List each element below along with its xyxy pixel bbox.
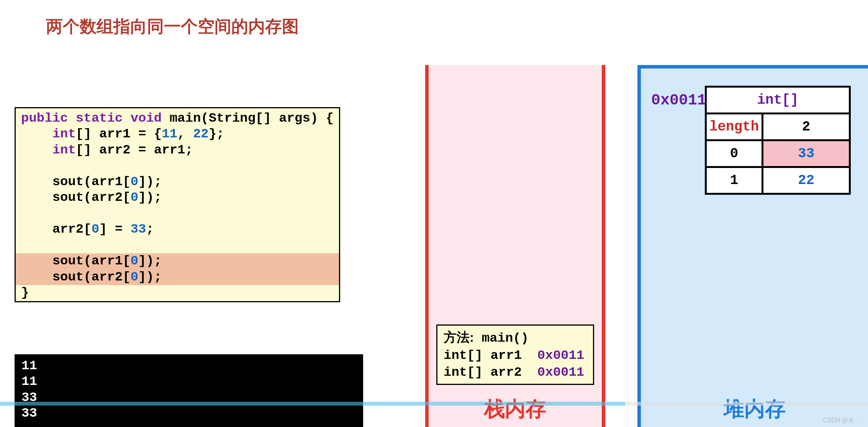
stack-frame: 方法: main() int[] arr1 0x0011 int[] arr2 … (436, 324, 594, 385)
code-block: public static void main(String[] args) {… (15, 107, 340, 302)
number-literal: 0 (131, 190, 138, 205)
number-literal: 11 (162, 127, 177, 141)
code-text: ]); (138, 270, 162, 284)
number-literal: 0 (92, 222, 99, 236)
var-decl: int[] arr1 (444, 348, 537, 363)
keyword: int (52, 127, 76, 141)
code-text: arr2[ (52, 222, 92, 236)
stack-title: 栈内存 (429, 395, 602, 423)
index-cell: 1 (706, 167, 763, 194)
number-literal: 33 (131, 222, 146, 236)
heap-object-table: int[] length 2 0 33 1 22 (705, 86, 851, 195)
var-decl: int[] arr2 (444, 365, 537, 380)
code-text: [] arr1 = { (76, 127, 162, 141)
number-literal: 22 (193, 127, 209, 141)
page-title: 两个数组指向同一个空间的内存图 (46, 15, 299, 38)
code-text: }; (209, 127, 224, 141)
method-label: 方法: (444, 330, 474, 344)
address-value: 0x0011 (537, 348, 584, 363)
code-line (16, 158, 339, 174)
method-name: main() (474, 331, 529, 346)
code-text: ; (146, 222, 154, 236)
code-line (16, 238, 339, 253)
code-line-highlight: sout(arr2[0]); (16, 269, 339, 285)
console-line: 11 (21, 374, 356, 390)
code-line-highlight: sout(arr1[0]); (16, 253, 339, 269)
code-line: int[] arr1 = {11, 22}; (16, 126, 339, 142)
video-progress-bar[interactable] (0, 402, 868, 406)
code-text: sout(arr1[ (52, 174, 131, 189)
code-text: , (177, 127, 193, 141)
keyword: int (52, 143, 76, 157)
value-cell: 22 (763, 167, 850, 194)
code-text: main(String[] args) { (162, 111, 334, 125)
code-line: int[] arr2 = arr1; (16, 142, 339, 158)
code-text: sout(arr2[ (52, 190, 131, 205)
index-cell: 0 (706, 140, 763, 167)
length-label-cell: length (706, 114, 763, 140)
frame-variable: int[] arr1 0x0011 (444, 347, 587, 364)
code-line (16, 206, 339, 222)
code-line: public static void main(String[] args) { (16, 111, 339, 126)
watermark: CSDN @木… (823, 417, 860, 425)
stack-memory-box: 方法: main() int[] arr1 0x0011 int[] arr2 … (425, 65, 605, 427)
length-value-cell: 2 (763, 114, 850, 140)
code-line: } (16, 285, 339, 301)
code-text: sout(arr2[ (52, 270, 131, 284)
code-text: ] = (99, 222, 131, 236)
keyword: public static void (21, 111, 162, 125)
address-value: 0x0011 (537, 365, 584, 380)
code-text: ]); (138, 190, 162, 205)
console-line: 33 (21, 406, 356, 421)
code-line: arr2[0] = 33; (16, 222, 339, 237)
frame-variable: int[] arr2 0x0011 (444, 364, 587, 381)
number-literal: 0 (131, 254, 138, 268)
code-text: sout(arr1[ (52, 254, 131, 268)
code-text: ]); (138, 254, 162, 268)
code-text: ]); (138, 174, 162, 189)
number-literal: 0 (131, 270, 138, 284)
frame-method: 方法: main() (444, 329, 587, 347)
value-cell-highlight: 33 (763, 140, 850, 167)
code-text: [] arr2 = arr1; (76, 143, 193, 157)
code-line: sout(arr2[0]); (16, 190, 339, 205)
heap-type-cell: int[] (706, 87, 850, 114)
console-line: 11 (21, 358, 356, 374)
console-output: 11 11 33 33 (15, 354, 363, 427)
number-literal: 0 (131, 174, 138, 189)
heap-address-label: 0x0011 (651, 92, 706, 109)
code-line: sout(arr1[0]); (16, 174, 339, 190)
